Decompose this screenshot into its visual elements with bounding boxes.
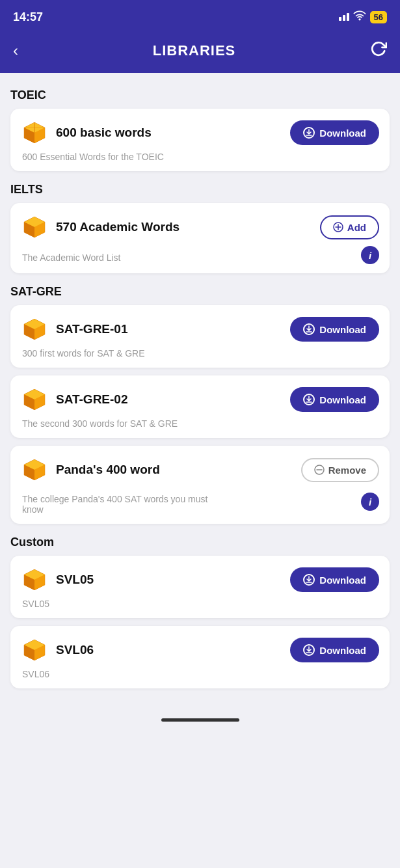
card-desc-600: 600 Essential Words for the TOEIC (21, 152, 379, 162)
download-button-svl06[interactable]: Download (290, 638, 379, 662)
card-sat-gre-02: SAT-GRE-02 Download The second 300 words… (10, 375, 390, 438)
section-sat-gre: SAT-GRE (10, 285, 390, 299)
box-icon (21, 636, 48, 664)
download-label: Download (319, 394, 366, 405)
info-button-570[interactable]: i (361, 246, 379, 264)
download-label: Download (319, 645, 366, 656)
section-custom: Custom (10, 536, 390, 549)
page-title: LIBRARIES (153, 42, 236, 59)
card-desc-sat02: The second 300 words for SAT & GRE (21, 418, 379, 429)
status-icons: 56 (339, 10, 387, 23)
download-icon (303, 394, 315, 405)
section-toeic: TOEIC (10, 88, 390, 102)
remove-label: Remove (328, 465, 366, 476)
card-left: SAT-GRE-02 (21, 386, 128, 413)
download-button-sat01[interactable]: Download (290, 317, 379, 342)
download-button-600[interactable]: Download (290, 120, 379, 145)
card-desc-panda: The college Panda's 400 SAT words you mu… (21, 494, 229, 515)
card-left: SVL05 (21, 566, 94, 593)
download-icon (303, 574, 315, 586)
card-570-academic: 570 Academic Words Add The Academic Word… (10, 203, 390, 273)
card-sat-gre-01: SAT-GRE-01 Download 300 first words for … (10, 305, 390, 368)
status-time: 14:57 (13, 10, 43, 24)
add-button-570[interactable]: Add (320, 215, 379, 239)
download-icon (303, 127, 315, 139)
card-desc-svl05: SVL05 (21, 599, 379, 609)
box-icon (21, 456, 48, 483)
card-left: 570 Academic Words (21, 213, 180, 241)
download-button-svl05[interactable]: Download (290, 567, 379, 592)
add-label: Add (347, 222, 366, 233)
info-button-panda[interactable]: i (361, 493, 379, 511)
download-label: Download (319, 128, 366, 139)
section-ielts: IELTS (10, 183, 390, 197)
card-left: SAT-GRE-01 (21, 316, 128, 343)
download-label: Download (319, 575, 366, 586)
download-button-sat02[interactable]: Download (290, 387, 379, 412)
home-indicator (0, 712, 400, 726)
download-icon (303, 323, 315, 335)
box-icon (21, 566, 48, 593)
refresh-button[interactable] (370, 40, 387, 61)
card-desc-svl06: SVL06 (21, 669, 379, 679)
card-name-sat01: SAT-GRE-01 (56, 322, 128, 336)
card-name-sat02: SAT-GRE-02 (56, 392, 128, 407)
card-panda-400: Panda's 400 word Remove The college Pand… (10, 446, 390, 524)
card-name-svl06: SVL06 (56, 643, 94, 657)
card-name-570: 570 Academic Words (56, 220, 180, 234)
card-svl06: SVL06 Download SVL06 (10, 626, 390, 688)
card-svl05: SVL05 Download SVL05 (10, 556, 390, 618)
box-icon (21, 316, 48, 343)
card-left: Panda's 400 word (21, 456, 160, 483)
battery-indicator: 56 (370, 11, 387, 23)
content-area: TOEIC 600 basic words Download (0, 73, 400, 712)
signal-icon (339, 13, 349, 21)
card-name-600: 600 basic words (56, 126, 152, 140)
status-bar: 14:57 56 (0, 0, 400, 33)
card-left: 600 basic words (21, 119, 152, 146)
remove-button-panda[interactable]: Remove (301, 458, 379, 482)
card-name-panda: Panda's 400 word (56, 463, 160, 477)
wifi-icon (353, 10, 366, 23)
header: ‹ LIBRARIES (0, 33, 400, 73)
download-label: Download (319, 324, 366, 335)
card-600-basic-words: 600 basic words Download 600 Essential W… (10, 109, 390, 171)
card-left: SVL06 (21, 636, 94, 664)
download-icon (303, 644, 315, 656)
card-desc-sat01: 300 first words for SAT & GRE (21, 348, 379, 359)
box-icon (21, 119, 48, 146)
back-button[interactable]: ‹ (13, 42, 18, 60)
card-desc-570: The Academic Word List (21, 252, 120, 263)
card-name-svl05: SVL05 (56, 573, 94, 587)
box-icon (21, 386, 48, 413)
home-bar (161, 718, 239, 722)
box-icon (21, 213, 48, 241)
